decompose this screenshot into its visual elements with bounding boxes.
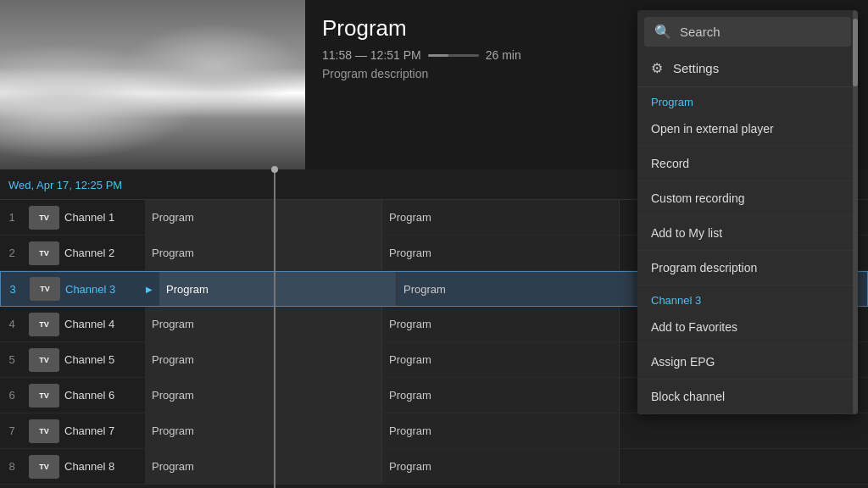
menu-item-program-description[interactable]: Program description <box>637 251 858 286</box>
menu-item-custom-recording[interactable]: Custom recording <box>637 181 858 216</box>
settings-item[interactable]: ⚙ Settings <box>637 50 858 87</box>
search-label: Search <box>680 25 721 39</box>
menu-item-open-external[interactable]: Open in external player <box>637 112 858 147</box>
search-bar[interactable]: 🔍 Search <box>644 17 851 47</box>
channel-section-label: Channel 3 <box>637 286 858 310</box>
context-menu: 🔍 Search ⚙ Settings Program Open in exte… <box>637 10 858 414</box>
menu-item-assign-epg[interactable]: Assign EPG <box>637 345 858 380</box>
settings-label: Settings <box>673 61 719 75</box>
dropdown-overlay: 🔍 Search ⚙ Settings Program Open in exte… <box>0 0 868 488</box>
search-icon: 🔍 <box>654 24 671 40</box>
menu-item-record[interactable]: Record <box>637 147 858 181</box>
settings-icon: ⚙ <box>651 60 663 76</box>
menu-item-add-to-list[interactable]: Add to My list <box>637 216 858 251</box>
menu-item-add-favorites[interactable]: Add to Favorites <box>637 310 858 345</box>
menu-item-block-channel[interactable]: Block channel <box>637 380 858 414</box>
scrollbar[interactable] <box>853 10 858 414</box>
program-section-label: Program <box>637 87 858 112</box>
scrollbar-thumb <box>853 19 858 86</box>
